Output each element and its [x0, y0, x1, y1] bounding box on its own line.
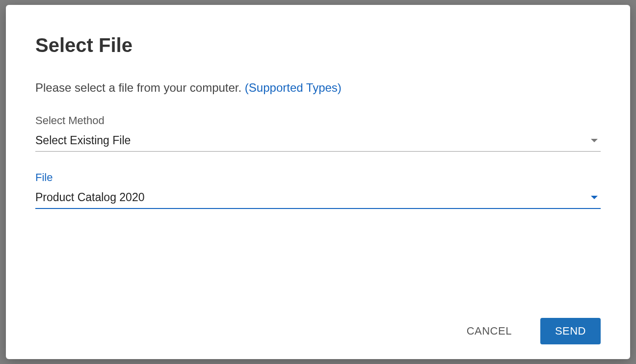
send-button[interactable]: SEND: [540, 318, 601, 344]
dialog-actions: CANCEL SEND: [35, 318, 601, 344]
cancel-button[interactable]: CANCEL: [452, 318, 527, 344]
dialog-description: Please select a file from your computer.…: [35, 81, 601, 95]
select-method-label: Select Method: [35, 114, 601, 127]
description-text: Please select a file from your computer.: [35, 81, 245, 94]
file-value: Product Catalog 2020: [35, 191, 145, 204]
select-method-dropdown[interactable]: Select Existing File: [35, 134, 601, 152]
supported-types-link[interactable]: (Supported Types): [245, 81, 342, 94]
dialog-title: Select File: [35, 34, 601, 56]
chevron-down-icon: [591, 139, 598, 142]
chevron-down-icon: [591, 196, 598, 199]
file-field: File Product Catalog 2020: [35, 171, 601, 209]
select-method-value: Select Existing File: [35, 134, 131, 147]
file-label: File: [35, 171, 601, 184]
spacer: [35, 229, 601, 318]
file-dropdown[interactable]: Product Catalog 2020: [35, 191, 601, 209]
select-file-dialog: Select File Please select a file from yo…: [6, 5, 630, 359]
select-method-field: Select Method Select Existing File: [35, 114, 601, 152]
